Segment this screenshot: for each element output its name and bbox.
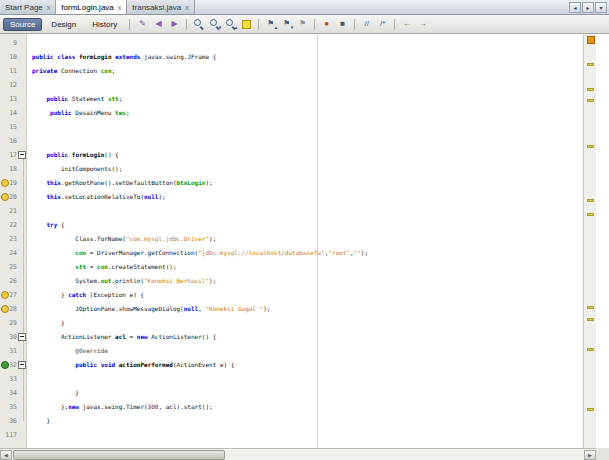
back-icon[interactable]: ◀ — [151, 17, 166, 32]
gutter-line-20[interactable]: 20 — [0, 190, 26, 204]
error-stripe-mark[interactable] — [587, 145, 594, 148]
scroll-left-arrow-icon[interactable]: ◀ — [0, 450, 12, 460]
horizontal-scrollbar[interactable]: ◀ ▶ — [0, 448, 596, 460]
find-previous-icon[interactable]: ▴ — [223, 17, 238, 32]
code-line-26[interactable]: System.out.println("Koneksi Berhasil"); — [32, 274, 596, 288]
code-fold-toggle[interactable] — [18, 361, 26, 369]
code-line-30[interactable]: ActionListener acl = new ActionListener(… — [32, 330, 596, 344]
code-line-9[interactable] — [32, 36, 596, 50]
code-line-27[interactable]: } catch (Exception e) { — [32, 288, 596, 302]
code-fold-toggle[interactable] — [18, 333, 26, 341]
tab-close-icon[interactable]: x — [47, 4, 51, 11]
tab-close-icon[interactable]: x — [185, 4, 189, 11]
code-line-19[interactable]: this.getRootPane().setDefaultButton(btnL… — [32, 176, 596, 190]
gutter-line-10[interactable]: 10 — [0, 50, 26, 64]
gutter-line-12[interactable]: 12 — [0, 78, 26, 92]
gutter-line-23[interactable]: 23 — [0, 232, 26, 246]
error-stripe[interactable] — [583, 34, 596, 448]
code-line-25[interactable]: stt = con.createStatement(); — [32, 260, 596, 274]
gutter-line-21[interactable]: 21 — [0, 204, 26, 218]
code-line-36[interactable]: } — [32, 414, 596, 428]
error-stripe-mark[interactable] — [587, 408, 594, 411]
error-stripe-mark[interactable] — [587, 199, 594, 202]
gutter-line-15[interactable]: 15 — [0, 120, 26, 134]
gutter-line-19[interactable]: 19 — [0, 176, 26, 190]
gutter-line-36[interactable]: 36 — [0, 414, 26, 428]
history-view-button[interactable]: History — [85, 18, 124, 31]
error-stripe-mark[interactable] — [587, 318, 594, 321]
gutter-line-28[interactable]: 28 — [0, 302, 26, 316]
gutter-line-17[interactable]: 17 — [0, 148, 26, 162]
scroll-right-arrow-icon[interactable]: ▶ — [584, 450, 596, 460]
code-line-21[interactable] — [32, 204, 596, 218]
code-line-16[interactable] — [32, 134, 596, 148]
gutter-line-16[interactable]: 16 — [0, 134, 26, 148]
code-line-23[interactable]: Class.forName("com.mysql.jdbc.Driver"); — [32, 232, 596, 246]
code-line-17[interactable]: public formLogin() { — [32, 148, 596, 162]
error-stripe-mark[interactable] — [587, 306, 594, 309]
gutter-line-34[interactable]: 34 — [0, 386, 26, 400]
previous-bookmark-icon[interactable]: ⚑▴ — [263, 17, 278, 32]
error-stripe-mark[interactable] — [587, 348, 594, 351]
forward-icon[interactable]: ▶ — [167, 17, 182, 32]
design-view-button[interactable]: Design — [44, 18, 83, 31]
gutter-line-22[interactable]: 22 — [0, 218, 26, 232]
shift-left-icon[interactable]: ← — [399, 17, 414, 32]
code-line-33[interactable] — [32, 372, 596, 386]
code-line-29[interactable]: } — [32, 316, 596, 330]
tab-close-icon[interactable]: x — [118, 4, 122, 11]
gutter-line-117[interactable]: 117 — [0, 428, 26, 442]
gutter-line-30[interactable]: 30 — [0, 330, 26, 344]
gutter-line-25[interactable]: 25 — [0, 260, 26, 274]
error-stripe-mark[interactable] — [587, 213, 594, 216]
gutter-line-18[interactable]: 18 — [0, 162, 26, 176]
editor-gutter[interactable]: 9101112131415161718192021222324252627282… — [0, 34, 27, 448]
gutter-line-24[interactable]: 24 — [0, 246, 26, 260]
toggle-bookmark-icon[interactable]: ⚑ — [295, 17, 310, 32]
gutter-line-32[interactable]: 32 — [0, 358, 26, 372]
code-line-22[interactable]: try { — [32, 218, 596, 232]
override-marker-icon[interactable] — [1, 361, 9, 369]
gutter-line-35[interactable]: 35 — [0, 400, 26, 414]
find-selection-icon[interactable] — [191, 17, 206, 32]
last-edit-icon[interactable]: ✎ — [135, 17, 150, 32]
code-area[interactable]: public class formLogin extends javax.swi… — [28, 34, 596, 448]
tab-transaksi-java[interactable]: transaksi.javax — [127, 0, 194, 14]
warning-hint-icon[interactable] — [1, 305, 9, 313]
warning-hint-icon[interactable] — [1, 193, 9, 201]
gutter-line-9[interactable]: 9 — [0, 36, 26, 50]
error-summary-badge[interactable] — [587, 36, 595, 44]
gutter-line-11[interactable]: 11 — [0, 64, 26, 78]
code-fold-toggle[interactable] — [18, 151, 26, 159]
code-line-31[interactable]: @Override — [32, 344, 596, 358]
error-stripe-mark[interactable] — [587, 99, 594, 102]
code-line-10[interactable]: public class formLogin extends javax.swi… — [32, 50, 596, 64]
code-line-34[interactable]: } — [32, 386, 596, 400]
tab-list-icon[interactable]: ▾ — [595, 2, 607, 13]
code-line-13[interactable]: public Statement stt; — [32, 92, 596, 106]
code-editor[interactable]: 9101112131415161718192021222324252627282… — [0, 34, 596, 448]
code-line-117[interactable] — [32, 428, 596, 442]
code-line-11[interactable]: private Connection con; — [32, 64, 596, 78]
warning-hint-icon[interactable] — [1, 179, 9, 187]
gutter-line-13[interactable]: 13 — [0, 92, 26, 106]
code-line-12[interactable] — [32, 78, 596, 92]
gutter-line-27[interactable]: 27 — [0, 288, 26, 302]
warning-hint-icon[interactable] — [1, 291, 9, 299]
toggle-highlight-icon[interactable] — [239, 17, 254, 32]
code-line-15[interactable] — [32, 120, 596, 134]
gutter-line-14[interactable]: 14 — [0, 106, 26, 120]
code-line-32[interactable]: public void actionPerformed(ActionEvent … — [32, 358, 596, 372]
scroll-tabs-right-icon[interactable]: ▸ — [582, 2, 594, 13]
record-macro-icon[interactable]: ● — [319, 17, 334, 32]
code-line-28[interactable]: JOptionPane.showMessageDialog(null, "Kon… — [32, 302, 596, 316]
find-next-icon[interactable]: ▾ — [207, 17, 222, 32]
gutter-line-29[interactable]: 29 — [0, 316, 26, 330]
source-view-button[interactable]: Source — [3, 18, 42, 31]
code-line-18[interactable]: initComponents(); — [32, 162, 596, 176]
error-stripe-mark[interactable] — [587, 88, 594, 91]
code-line-20[interactable]: this.setLocationRelativeTo(null); — [32, 190, 596, 204]
next-bookmark-icon[interactable]: ⚑▾ — [279, 17, 294, 32]
code-line-35[interactable]: };new javax.swing.Timer(300, acl).start(… — [32, 400, 596, 414]
gutter-line-26[interactable]: 26 — [0, 274, 26, 288]
